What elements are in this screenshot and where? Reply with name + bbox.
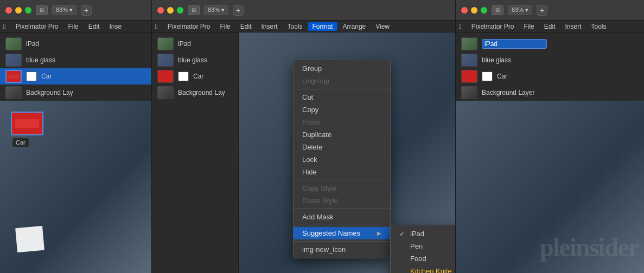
left-close-button[interactable] [5,7,12,14]
left-menu-inse[interactable]: Inse [105,22,126,31]
mid-content-area: iPad blue glass Car [152,32,455,273]
right-layer-blueglass-name: blue glass [482,56,511,64]
right-bg-image [456,101,644,273]
ctx-cut[interactable]: Cut [294,91,390,103]
ctx-sub-kitchen-knife[interactable]: Kitchen Knife [391,265,455,273]
right-fullscreen-button[interactable] [481,7,487,14]
mid-zoom-control[interactable]: 83% ▾ [204,5,228,15]
mid-menu-insert[interactable]: Insert [257,22,282,31]
right-layer-car[interactable]: Car [456,68,644,84]
mid-menu-file[interactable]: File [215,22,234,31]
left-car-canvas-selected[interactable] [11,112,43,135]
right-menubar:  Pixelmator Pro File Edit Insert Tools [456,21,644,32]
ctx-copy[interactable]: Copy [294,103,390,116]
mid-titlebar: ⊞ 83% ▾ + [152,0,455,21]
mid-menu-arrange[interactable]: Arrange [339,22,371,31]
mid-layer-bg-thumb [157,86,174,99]
ctx-sep-4 [294,225,390,225]
left-add-button[interactable]: + [81,5,92,16]
right-layer-ipad[interactable] [456,36,644,52]
left-layer-car-thumb [5,70,22,83]
ctx-sub-pen[interactable]: Pen [391,240,455,252]
left-layer-ipad-name: iPad [26,40,39,48]
left-fullscreen-button[interactable] [25,7,31,14]
mid-layer-ipad[interactable]: iPad [152,36,238,52]
left-car-tooltip: Car [12,138,29,147]
left-minimize-button[interactable] [15,7,22,14]
ctx-img-new-icon[interactable]: img-new_icon [294,243,390,256]
left-titlebar: ⊞ 83% ▾ + [0,0,151,21]
right-add-button[interactable]: + [537,5,547,16]
mid-layer-bg-name: Background Lay [178,89,225,96]
ctx-ungroup: Ungroup [294,75,390,87]
ctx-group[interactable]: Group [294,62,390,75]
ctx-suggested-names[interactable]: Suggested Names ▶ iPad Pen Food [294,227,390,239]
left-layer-ipad[interactable]: iPad [0,36,151,52]
right-close-button[interactable] [461,7,468,14]
mid-layer-blueglass[interactable]: blue glass [152,52,238,68]
left-layer-car[interactable]: Car [0,68,151,84]
mid-layer-car[interactable]: Car [152,68,238,84]
left-layers-panel: iPad blue glass Car Backg [0,32,151,101]
right-menu-file[interactable]: File [519,22,538,31]
right-titlebar: ⊞ 83% ▾ + [456,0,644,21]
mid-view-icon[interactable]: ⊞ [188,5,200,15]
right-menu-edit[interactable]: Edit [540,22,560,31]
mid-fullscreen-button[interactable] [177,7,183,14]
ctx-lock[interactable]: Lock [294,153,390,166]
left-menu-edit[interactable]: Edit [84,22,104,31]
ctx-sub-ipad-label: iPad [410,230,424,238]
right-apple-logo:  [459,22,462,30]
ctx-sub-ipad[interactable]: iPad [391,227,455,240]
right-view-icon[interactable]: ⊞ [492,5,503,15]
right-zoom-control[interactable]: 83% ▾ [508,5,532,15]
left-layer-bg[interactable]: Background Lay [0,84,151,101]
ctx-arrow-icon: ▶ [377,230,381,236]
ctx-duplicate[interactable]: Duplicate [294,128,390,141]
left-zoom-control[interactable]: 83% ▾ [52,5,76,15]
right-layer-car-name: Car [497,73,507,80]
right-menu-insert[interactable]: Insert [560,22,585,31]
right-menu-pixelmator[interactable]: Pixelmator Pro [467,22,519,31]
mid-add-button[interactable]: + [233,5,244,16]
mid-layers-list: iPad blue glass Car [152,32,238,101]
right-minimize-button[interactable] [471,7,477,14]
ctx-copy-style: Copy Style [294,182,390,194]
mid-menu-pixelmator[interactable]: Pixelmator Pro [163,22,215,31]
ctx-sep-3 [294,209,390,209]
right-layer-bg[interactable]: Background Layer [456,84,644,101]
left-menu-file[interactable]: File [63,22,82,31]
ctx-delete[interactable]: Delete [294,141,390,153]
left-layer-blueglass[interactable]: blue glass [0,52,151,68]
right-layer-ipad-input[interactable] [482,39,547,49]
right-menu-tools[interactable]: Tools [587,22,611,31]
mid-layer-bg[interactable]: Background Lay [152,84,238,101]
right-layer-ipad-thumb [461,37,477,50]
mid-layer-car-thumb2 [178,72,189,81]
right-layer-bg-name: Background Layer [482,89,534,96]
ctx-paste: Paste [294,116,390,128]
ctx-add-mask[interactable]: Add Mask [294,211,390,223]
right-traffic-lights [461,7,487,14]
mid-close-button[interactable] [157,7,164,14]
mid-menu-edit[interactable]: Edit [236,22,256,31]
right-layer-blueglass[interactable]: blue glass [456,52,644,68]
ctx-paste-style: Paste Style [294,194,390,207]
ctx-suggested-names-label: Suggested Names [302,229,360,237]
left-menubar:  Pixelmator Pro File Edit Inse [0,21,151,32]
left-menu-pixelmator[interactable]: Pixelmator Pro [11,22,63,31]
mid-menu-view[interactable]: View [371,22,394,31]
mid-layer-car-thumb1 [157,70,174,83]
ctx-sub-food[interactable]: Food [391,252,455,265]
mid-menu-format[interactable]: Format [308,22,337,31]
context-menu: Group Ungroup Cut Copy Paste Duplicate D… [293,60,391,258]
mid-minimize-button[interactable] [167,7,174,14]
left-layer-car-white-thumb [26,72,37,81]
left-layer-bg-name: Background Lay [26,89,73,96]
mid-menu-tools[interactable]: Tools [283,22,307,31]
ctx-sep-2 [294,180,390,180]
left-traffic-lights [5,7,31,14]
left-layer-bg-thumb [5,86,22,99]
ctx-hide[interactable]: Hide [294,166,390,178]
left-view-icon[interactable]: ⊞ [36,5,48,15]
